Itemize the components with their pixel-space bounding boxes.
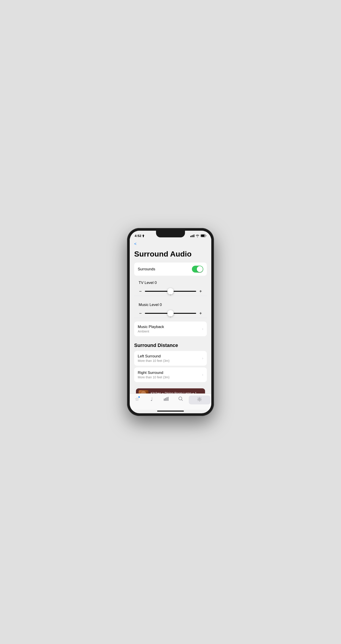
- home-indicator: [157, 411, 184, 412]
- right-surround-item[interactable]: Right Surround More than 10 feet (3m) ›: [134, 368, 207, 382]
- music-playback-title: Music Playback: [138, 325, 164, 329]
- toggle-knob: [197, 266, 203, 272]
- tv-level-controls: − +: [134, 287, 207, 296]
- music-playback-subtitle: Ambient: [138, 330, 164, 333]
- now-playing-bar[interactable]: BLACK NILE Kitchen + Dining Room Lamp + …: [136, 388, 205, 394]
- tab-search[interactable]: [173, 396, 188, 404]
- tv-level-label: TV Level 0: [134, 278, 207, 287]
- signal-icon: [190, 234, 194, 237]
- left-surround-title: Left Surround: [138, 354, 169, 358]
- surround-distance-header: Surround Distance: [134, 338, 207, 351]
- location-icon: [142, 234, 144, 237]
- wifi-icon: [196, 234, 199, 237]
- surrounds-row: Surrounds: [134, 262, 207, 276]
- album-art-image: BLACK NILE: [139, 390, 148, 394]
- svg-line-15: [182, 400, 183, 401]
- svg-rect-11: [165, 398, 166, 401]
- tv-level-increase[interactable]: +: [198, 289, 203, 294]
- page-content: < Surround Audio Surrounds TV Level 0 −: [130, 239, 211, 394]
- tv-level-section: TV Level 0 − +: [134, 278, 207, 300]
- stats-icon: [164, 396, 168, 402]
- music-level-controls: − +: [134, 309, 207, 318]
- now-playing-title: Kitchen + Dining Room Lamp + 1: [151, 392, 197, 394]
- music-icon: ♩: [150, 396, 153, 402]
- status-time: 4:52: [135, 234, 144, 238]
- left-surround-inner: Left Surround More than 10 feet (3m) ›: [134, 351, 207, 366]
- svg-rect-0: [190, 236, 191, 237]
- battery-icon: [201, 234, 206, 237]
- svg-rect-1: [191, 236, 192, 237]
- left-surround-subtitle: More than 10 feet (3m): [138, 359, 169, 362]
- right-surround-chevron: ›: [202, 373, 203, 377]
- page-title: Surround Audio: [134, 248, 207, 262]
- svg-rect-13: [168, 397, 168, 401]
- music-level-track: [145, 313, 196, 314]
- music-playback-inner: Music Playback Ambient ›: [134, 322, 207, 336]
- music-surrounds-divider: [134, 318, 207, 318]
- left-surround-text: Left Surround More than 10 feet (3m): [138, 354, 169, 362]
- left-surround-item[interactable]: Left Surround More than 10 feet (3m) ›: [134, 351, 207, 366]
- music-playback-item[interactable]: Music Playback Ambient ›: [134, 322, 207, 336]
- surrounds-section: Surrounds: [134, 262, 207, 276]
- svg-rect-12: [166, 397, 167, 401]
- left-surround-chevron: ›: [202, 356, 203, 360]
- tab-bar: ☆ ♩: [130, 394, 211, 410]
- surrounds-toggle[interactable]: [192, 266, 203, 272]
- album-art: BLACK NILE: [139, 390, 148, 394]
- notch: [156, 231, 185, 238]
- music-playback-text: Music Playback Ambient: [138, 325, 164, 333]
- right-surround-title: Right Surround: [138, 370, 169, 375]
- music-level-thumb[interactable]: [167, 310, 174, 316]
- favorites-dot: [138, 396, 140, 398]
- music-level-label: Music Level 0: [134, 300, 207, 309]
- tv-level-decrease[interactable]: −: [138, 289, 143, 294]
- music-playback-chevron: ›: [202, 327, 203, 331]
- right-surround-inner: Right Surround More than 10 feet (3m) ›: [134, 368, 207, 382]
- music-level-slider-container[interactable]: [145, 309, 196, 318]
- right-surround-text: Right Surround More than 10 feet (3m): [138, 370, 169, 379]
- surrounds-label: Surrounds: [138, 267, 155, 272]
- tv-level-thumb[interactable]: [167, 288, 174, 294]
- svg-rect-5: [201, 235, 205, 237]
- svg-rect-3: [194, 234, 194, 237]
- phone-frame: 4:52: [127, 228, 214, 416]
- tab-stats[interactable]: [159, 396, 173, 404]
- tv-level-slider-container[interactable]: [145, 287, 196, 296]
- tv-music-divider: [134, 296, 207, 296]
- favorites-icon: ☆: [135, 396, 139, 402]
- time-display: 4:52: [135, 234, 141, 238]
- settings-icon: [197, 397, 202, 403]
- status-icons: [190, 234, 206, 237]
- music-level-section: Music Level 0 − +: [134, 300, 207, 322]
- right-surround-subtitle: More than 10 feet (3m): [138, 376, 169, 379]
- svg-rect-10: [164, 398, 165, 401]
- music-level-increase[interactable]: +: [198, 311, 203, 316]
- search-icon: [178, 396, 183, 402]
- tab-music[interactable]: ♩: [144, 396, 159, 404]
- svg-rect-2: [193, 235, 193, 237]
- phone-screen: 4:52: [130, 231, 211, 413]
- tab-settings[interactable]: [189, 396, 210, 404]
- tab-favorites[interactable]: ☆: [130, 396, 144, 404]
- back-button[interactable]: <: [134, 239, 207, 248]
- music-level-decrease[interactable]: −: [138, 311, 143, 316]
- now-playing-info: Kitchen + Dining Room Lamp + 1 🍎 NoBrain…: [151, 392, 197, 394]
- svg-point-16: [199, 398, 200, 400]
- tv-level-track: [145, 291, 196, 292]
